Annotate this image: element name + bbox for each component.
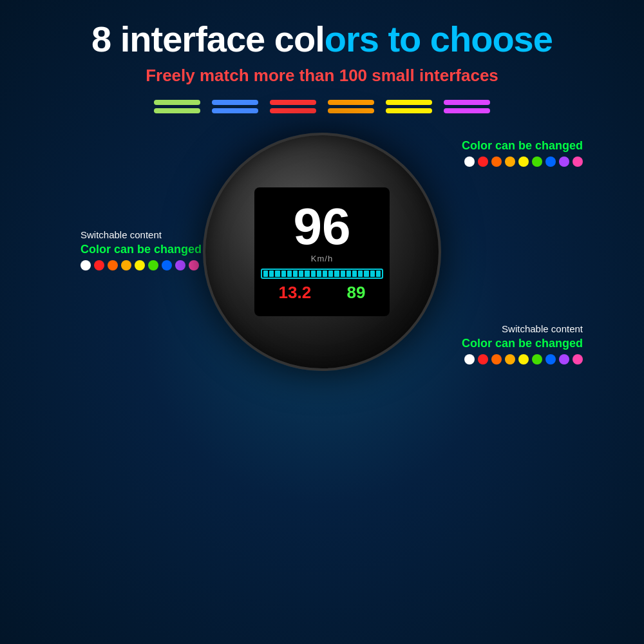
speed-unit: Km/h (311, 254, 333, 263)
bar-group-red (270, 100, 316, 113)
dot-blue-rt (545, 156, 556, 167)
dot-white-left (80, 260, 91, 270)
left-panel: Switchable content Color can be changed (61, 133, 203, 270)
dot-amber-rt (505, 156, 515, 167)
bar-red-1 (270, 100, 316, 105)
device-wrapper: Color can be changed 96 Km/h (203, 133, 441, 371)
dot-green-rt (532, 156, 542, 167)
dot-green-left (148, 260, 158, 270)
dot-yellow-rb (518, 354, 529, 365)
right-top-dots-row (448, 156, 583, 167)
device-screen: 96 Km/h (254, 187, 390, 316)
left-color-label: Color can be changed (80, 243, 203, 256)
bar-green-1 (154, 100, 200, 105)
dot-purple-rb (559, 354, 569, 365)
page: 8 interface colors to choose Freely matc… (0, 0, 644, 644)
color-bars-row (0, 100, 644, 113)
stat-left: 13.2 (279, 283, 312, 303)
bar-group-orange (328, 100, 374, 113)
bar-blue-1 (212, 100, 258, 105)
right-top-panel: Color can be changed (448, 139, 583, 167)
dot-white-rt (464, 156, 475, 167)
bar-red-2 (270, 108, 316, 113)
dot-amber-rb (505, 354, 515, 365)
dot-orange-rb (491, 354, 502, 365)
dot-pink-rt (573, 156, 583, 167)
right-bottom-panel: Switchable content Color can be changed (448, 323, 583, 365)
dot-orange-left (108, 260, 118, 270)
right-top-color-label: Color can be changed (448, 139, 583, 153)
dot-red-left (94, 260, 104, 270)
dot-purple-rt (559, 156, 569, 167)
right-bottom-dots-row (448, 354, 583, 365)
dot-green-rb (532, 354, 542, 365)
stat-right: 89 (346, 283, 365, 303)
progress-bar (261, 269, 383, 279)
bar-orange-1 (328, 100, 374, 105)
dot-blue-left (162, 260, 172, 270)
dot-pink-left (189, 260, 199, 270)
title-white: 8 interface col (91, 19, 325, 59)
bar-orange-2 (328, 108, 374, 113)
bar-group-green (154, 100, 200, 113)
bar-green-2 (154, 108, 200, 113)
hud-device: 96 Km/h (203, 133, 441, 371)
right-switchable-label: Switchable content (448, 323, 583, 334)
header-title: 8 interface colors to choose (0, 0, 644, 59)
left-dots-row (80, 260, 203, 270)
bar-group-yellow (386, 100, 432, 113)
dot-red-rt (478, 156, 488, 167)
bar-yellow-2 (386, 108, 432, 113)
dot-blue-rb (545, 354, 556, 365)
subtitle: Freely match more than 100 small interfa… (0, 66, 644, 86)
dot-yellow-rt (518, 156, 529, 167)
bar-yellow-1 (386, 100, 432, 105)
dot-yellow-left (135, 260, 145, 270)
stats-row: 13.2 89 (261, 283, 383, 303)
dot-white-rb (464, 354, 475, 365)
dot-purple-left (175, 260, 185, 270)
speed-display: 96 (294, 201, 351, 252)
bar-group-pink (444, 100, 490, 113)
dot-red-rb (478, 354, 488, 365)
bar-blue-2 (212, 108, 258, 113)
right-color-label: Color can be changed (448, 337, 583, 350)
title-colored: ors to choose (325, 19, 553, 59)
left-switchable-label: Switchable content (80, 229, 203, 240)
bar-group-blue (212, 100, 258, 113)
bar-pink-1 (444, 100, 490, 105)
dot-orange-rt (491, 156, 502, 167)
dot-amber-left (121, 260, 131, 270)
dot-pink-rb (573, 354, 583, 365)
bar-pink-2 (444, 108, 490, 113)
